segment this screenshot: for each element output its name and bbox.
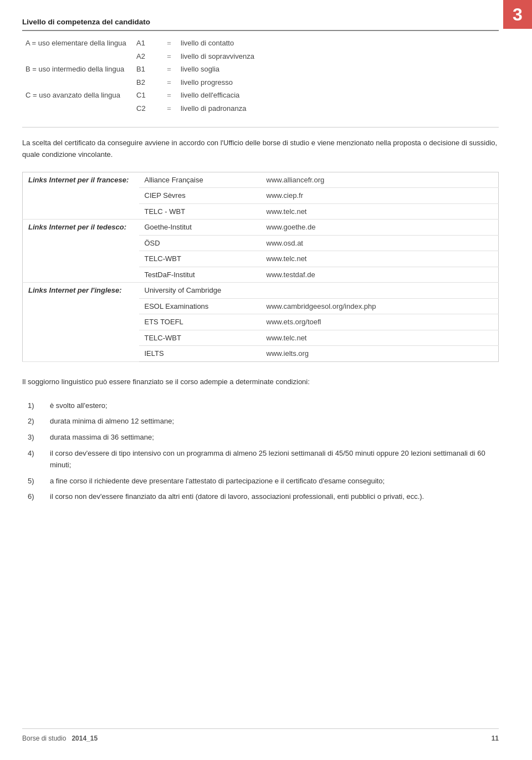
list-number: 4) [22,448,50,471]
level-label: A = uso elementare della lingua [22,37,133,50]
footer-text: Borse di studio [22,735,66,742]
links-url: www.alliancefr.org [261,172,499,188]
links-url: www.goethe.de [261,220,499,236]
links-name: CIEP Sèvres [139,188,261,204]
list-content: a fine corso il richiedente deve present… [50,476,499,487]
level-eq: = [161,50,177,63]
level-label: B = uso intermedio della lingua [22,63,133,76]
list-number: 1) [22,400,50,412]
level-code: A2 [133,50,161,63]
list-content: il corso dev'essere di tipo intensivo co… [50,448,499,471]
list-number: 3) [22,432,50,443]
links-section-label: Links Internet per il francese: [23,172,139,220]
level-eq: = [161,89,177,102]
level-code: B1 [133,63,161,76]
level-label [22,76,133,89]
links-name: ESOL Examinations [139,298,261,314]
links-url: www.telc.net [261,330,499,346]
links-section-label: Links Internet per il tedesco: [23,220,139,283]
list-item: 5) a fine corso il richiedente deve pres… [22,476,499,487]
links-url: www.cambridgeesol.org/index.php [261,298,499,314]
links-url: www.ets.org/toefl [261,314,499,330]
links-section-label: Links Internet per l'inglese: [23,283,139,362]
links-row: Links Internet per il francese: Alliance… [23,172,499,188]
list-content: è svolto all'estero; [50,400,499,412]
livello-row: C2 = livello di padronanza [22,102,499,115]
soggiorno-intro: Il soggiorno linguistico può essere fina… [22,376,499,388]
level-code: B2 [133,76,161,89]
links-url [261,283,499,299]
livello-row: B = uso intermedio della lingua B1 = liv… [22,63,499,76]
intro-paragraph: La scelta del certificato da conseguire … [22,137,499,161]
list-content: il corso non dev'essere finanziato da al… [50,491,499,503]
list-number: 2) [22,416,50,427]
livello-section: Livello di competenza del candidato A = … [22,17,499,115]
list-number: 6) [22,491,50,503]
page-badge: 3 [503,0,532,29]
list-item: 3) durata massima di 36 settimane; [22,432,499,443]
level-code: A1 [133,37,161,50]
level-desc: livello soglia [177,63,499,76]
badge-number: 3 [513,1,523,28]
list-item: 1) è svolto all'estero; [22,400,499,412]
links-url: www.telc.net [261,251,499,267]
links-name: ÖSD [139,235,261,251]
links-row: Links Internet per l'inglese: University… [23,283,499,299]
links-url: www.telc.net [261,203,499,220]
links-name: TELC-WBT [139,251,261,267]
list-item: 6) il corso non dev'essere finanziato da… [22,491,499,503]
footer-page: 11 [492,733,499,743]
page: 3 Livello di competenza del candidato A … [0,0,532,760]
level-desc: livello dell'efficacia [177,89,499,102]
footer-left: Borse di studio 2014_15 [22,733,98,743]
level-label [22,102,133,115]
level-label: C = uso avanzato della lingua [22,89,133,102]
level-eq: = [161,37,177,50]
footer-year: 2014_15 [71,735,98,742]
level-code: C2 [133,102,161,115]
section-divider [22,127,499,127]
links-name: Alliance Française [139,172,261,188]
numbered-list: 1) è svolto all'estero; 2) durata minima… [22,400,499,503]
links-name: Goethe-Institut [139,220,261,236]
footer: Borse di studio 2014_15 11 [22,728,499,743]
livello-row: B2 = livello progresso [22,76,499,89]
list-content: durata minima di almeno 12 settimane; [50,416,499,427]
links-name: TestDaF-Institut [139,267,261,283]
level-desc: livello di contatto [177,37,499,50]
list-item: 2) durata minima di almeno 12 settimane; [22,416,499,427]
level-label [22,50,133,63]
level-desc: livello di padronanza [177,102,499,115]
links-name: TELC - WBT [139,203,261,220]
livello-row: A = uso elementare della lingua A1 = liv… [22,37,499,50]
list-number: 5) [22,476,50,487]
links-name: ETS TOEFL [139,314,261,330]
links-url: www.testdaf.de [261,267,499,283]
level-eq: = [161,102,177,115]
list-item: 4) il corso dev'essere di tipo intensivo… [22,448,499,471]
level-desc: livello di sopravvivenza [177,50,499,63]
list-content: durata massima di 36 settimane; [50,432,499,443]
livello-row: A2 = livello di sopravvivenza [22,50,499,63]
livello-title: Livello di competenza del candidato [22,17,499,31]
links-table: Links Internet per il francese: Alliance… [22,172,499,362]
livello-table: A = uso elementare della lingua A1 = liv… [22,37,499,115]
level-desc: livello progresso [177,76,499,89]
links-url: www.ielts.org [261,346,499,362]
links-url: www.osd.at [261,235,499,251]
livello-row: C = uso avanzato della lingua C1 = livel… [22,89,499,102]
links-name: University of Cambridge [139,283,261,299]
links-name: IELTS [139,346,261,362]
links-name: TELC-WBT [139,330,261,346]
level-code: C1 [133,89,161,102]
links-url: www.ciep.fr [261,188,499,204]
level-eq: = [161,63,177,76]
links-row: Links Internet per il tedesco: Goethe-In… [23,220,499,236]
level-eq: = [161,76,177,89]
